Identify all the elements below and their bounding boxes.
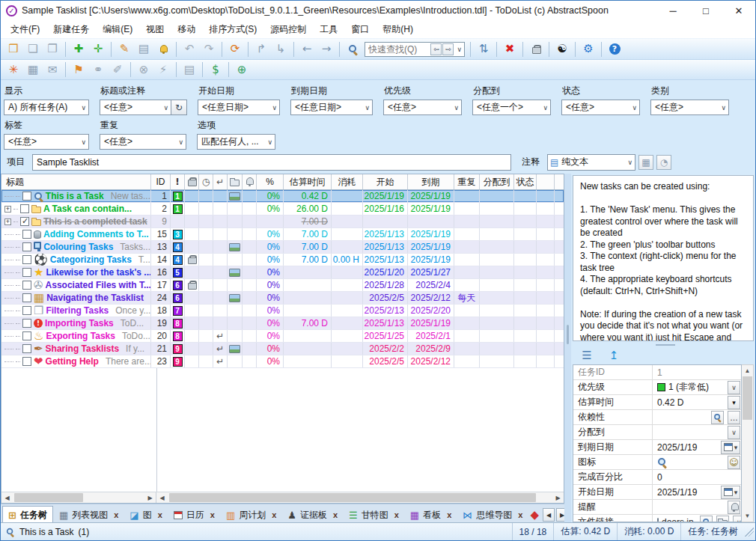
task-row[interactable]: This is a TaskNew tas...110%0.42 D2025/1… — [1, 190, 564, 203]
attribute-value[interactable]: 1 (非常低)∨ — [653, 380, 741, 394]
tab-close-icon[interactable]: x — [447, 510, 451, 519]
vertical-splitter[interactable] — [564, 174, 571, 522]
sort-asc-button[interactable]: ↥ — [605, 347, 623, 364]
notes-list-button[interactable]: ☰ — [578, 347, 596, 364]
filter-combo[interactable]: <任意>∨ — [100, 100, 171, 115]
column-header-assign[interactable]: 分配到 — [480, 174, 514, 189]
icon-picker-button[interactable]: ☺ — [728, 456, 740, 469]
calendar-dropdown-button[interactable]: ▾ — [721, 486, 740, 499]
attribute-value[interactable]: 0.42 D▾ — [653, 395, 741, 409]
column-header-img[interactable] — [228, 174, 243, 189]
attribute-value[interactable]: 1 — [653, 365, 741, 379]
menu-item-1[interactable]: 新建任务 — [46, 21, 96, 38]
task-checkbox[interactable] — [22, 319, 31, 328]
close-button[interactable]: ✕ — [722, 1, 755, 20]
column-header-status[interactable]: 状态 — [514, 174, 537, 189]
columns-pane-hscrollbar[interactable]: ◀ ▶ — [156, 492, 564, 503]
column-header-est[interactable]: 估算时间 — [284, 174, 332, 189]
task-card-button[interactable]: ▤ — [135, 41, 153, 58]
tab-日历[interactable]: 日历x — [168, 506, 220, 524]
tab-close-icon[interactable]: x — [272, 510, 276, 519]
task-row[interactable]: ▦Navigating the Tasklist2460%2025/2/5202… — [1, 292, 564, 305]
project-name-input[interactable] — [32, 154, 511, 171]
spin-button[interactable]: ▾ — [728, 396, 740, 409]
filter-combo[interactable]: <任意日期>∨ — [198, 100, 280, 115]
task-row[interactable]: +This is a completed task97.00 D — [1, 216, 564, 228]
edit-button[interactable]: ✎ — [115, 41, 133, 58]
task-checkbox[interactable] — [22, 306, 31, 315]
lock-button[interactable] — [527, 41, 545, 58]
maximize-button[interactable]: □ — [689, 1, 722, 20]
flag-button[interactable]: ⚑ — [70, 61, 88, 78]
attribute-value[interactable]: 0 — [653, 470, 741, 484]
undo-button[interactable]: ↶ — [180, 41, 198, 58]
quick-find-input[interactable] — [365, 44, 430, 55]
new-subtask-button[interactable]: ✛ — [89, 41, 107, 58]
column-header-bell[interactable] — [243, 174, 257, 189]
log-button[interactable]: ▤ — [180, 61, 198, 78]
column-header-pct[interactable]: % — [257, 174, 284, 189]
menu-item-8[interactable]: 窗口 — [344, 21, 376, 38]
horizontal-splitter[interactable] — [571, 343, 755, 347]
switch-layout-button[interactable]: ⟳ — [226, 41, 244, 58]
comments-tools-button[interactable]: ▦ — [638, 155, 653, 170]
browse-button[interactable] — [700, 516, 713, 523]
preferences-button[interactable]: ⚙ — [579, 41, 597, 58]
task-row[interactable]: Adding Comments to T...1530%7.00 D2025/1… — [1, 228, 564, 241]
quick-find-box[interactable]: ⇦⇨∨ — [365, 42, 465, 57]
scrollbar-thumb[interactable] — [169, 493, 536, 502]
scroll-right-icon[interactable]: ▶ — [144, 492, 156, 503]
attribute-value[interactable] — [653, 500, 741, 514]
filter-combo[interactable]: <任意日期>∨ — [290, 100, 373, 115]
filter-combo[interactable]: 匹配任何人, ...∨ — [197, 134, 275, 150]
spellcheck-button[interactable]: ✳ — [4, 61, 22, 78]
task-row[interactable]: ✒Sharing TasklistsIf y...219↵0%2025/2/22… — [1, 343, 564, 355]
attribute-value[interactable]: … — [653, 410, 741, 424]
tab-任务树[interactable]: ⊞任务树 — [2, 506, 53, 524]
browse-button[interactable] — [711, 411, 724, 424]
dropdown-button[interactable]: ∨ — [728, 381, 740, 394]
task-comments-text[interactable]: New tasks can be created using: 1. The '… — [573, 175, 754, 341]
menu-item-3[interactable]: 视图 — [139, 21, 171, 38]
filter-combo[interactable]: <任意>∨ — [383, 100, 462, 115]
scroll-left-icon[interactable]: ◀ — [156, 492, 168, 503]
expand-icon[interactable]: + — [4, 206, 11, 213]
column-header-ret[interactable]: ↵ — [213, 174, 228, 189]
menu-item-0[interactable]: 文件(F) — [4, 21, 46, 38]
task-checkbox[interactable] — [22, 268, 31, 277]
column-header-id[interactable]: ID — [151, 174, 171, 189]
yinyang-button[interactable]: ☯ — [553, 41, 571, 58]
task-checkbox[interactable] — [22, 242, 31, 251]
task-row[interactable]: ♨Exporting TasksToDo...208↵0%2025/1/2520… — [1, 330, 564, 343]
find-next-button[interactable]: ⇨ — [442, 43, 454, 55]
tab-close-icon[interactable]: x — [333, 510, 338, 519]
column-header-recur[interactable]: 重复 — [454, 174, 480, 189]
filter-combo[interactable]: <任意>∨ — [4, 134, 89, 150]
tab-scroll-left-button[interactable]: ◀ — [543, 508, 555, 522]
comments-format-combo[interactable]: ▤ 纯文本 ∨ — [547, 154, 635, 171]
redo-button[interactable]: ↷ — [200, 41, 218, 58]
filter-combo[interactable]: <任意>∨ — [650, 100, 729, 115]
task-checkbox[interactable] — [22, 293, 31, 302]
title-pane-hscrollbar[interactable]: ◀ ▶ — [1, 492, 156, 503]
task-row[interactable]: ★Likewise for the task's ...1650%2025/1/… — [1, 266, 564, 279]
tab-看板[interactable]: ▦看板x — [405, 506, 457, 524]
task-checkbox[interactable] — [20, 217, 29, 226]
filter-combo[interactable]: <任意>∨ — [100, 134, 186, 150]
filter-combo[interactable]: <任意>∨ — [561, 100, 640, 115]
new-task-button[interactable]: ✚ — [70, 41, 88, 58]
sort-tasks-button[interactable]: ⇅ — [475, 41, 493, 58]
help-button[interactable]: ? — [606, 41, 624, 58]
browser-button[interactable]: ⊕ — [233, 61, 251, 78]
menu-item-2[interactable]: 编辑(E) — [96, 21, 139, 38]
dependency-in-button[interactable]: ↱ — [252, 41, 270, 58]
attribute-value[interactable]: 2025/1/19▾ — [653, 485, 741, 499]
task-row[interactable]: +A Task can contain...210%26.00 D2025/1/… — [1, 203, 564, 216]
scroll-down-icon[interactable]: ▼ — [742, 510, 753, 522]
tab-甘特图[interactable]: ☰甘特图x — [344, 506, 404, 524]
task-checkbox[interactable] — [22, 331, 31, 340]
task-row[interactable]: Colouring TasksTasks...1340%7.00 D2025/1… — [1, 241, 564, 254]
tab-close-icon[interactable]: x — [518, 510, 522, 519]
tab-证据板[interactable]: ♟证据板x — [282, 506, 343, 524]
link-button[interactable]: ⚭ — [89, 61, 107, 78]
